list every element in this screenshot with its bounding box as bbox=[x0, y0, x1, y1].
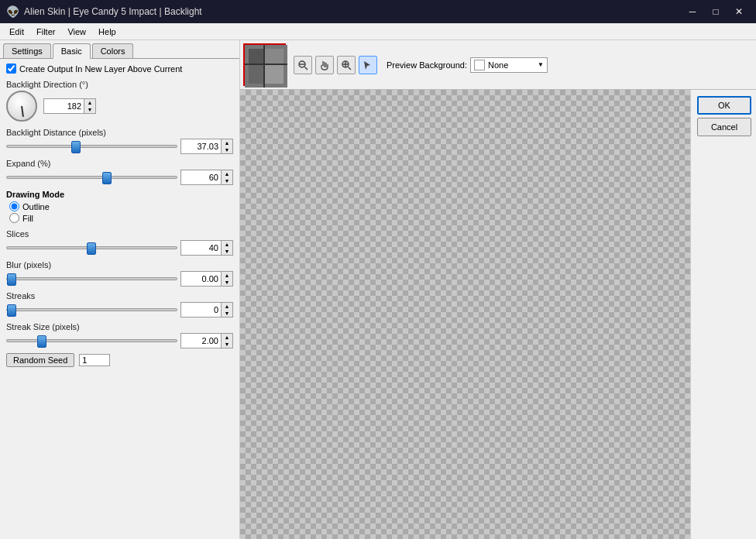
preview-bg-value: None bbox=[488, 60, 508, 70]
menu-filter[interactable]: Filter bbox=[30, 26, 61, 38]
streak-size-label: Streak Size (pixels) bbox=[6, 322, 233, 331]
blur-input[interactable] bbox=[180, 271, 221, 287]
app-icon: 👽 bbox=[6, 5, 19, 18]
expand-group: Expand (%) ▲ ▼ bbox=[6, 159, 233, 185]
drawing-mode-group: Drawing Mode Outline Fill bbox=[6, 190, 233, 223]
ok-button[interactable]: OK bbox=[697, 96, 751, 115]
streaks-slider-container[interactable] bbox=[6, 304, 177, 316]
backlight-distance-input[interactable] bbox=[180, 139, 221, 154]
streaks-track bbox=[6, 308, 177, 311]
streaks-input[interactable] bbox=[180, 302, 221, 318]
streaks-down[interactable]: ▼ bbox=[222, 310, 232, 317]
backlight-direction-spinners: ▲ ▼ bbox=[84, 98, 96, 114]
menu-help[interactable]: Help bbox=[92, 26, 122, 38]
expand-spinners: ▲ ▼ bbox=[221, 170, 233, 185]
blur-down[interactable]: ▼ bbox=[222, 279, 232, 286]
maximize-button[interactable]: □ bbox=[705, 2, 727, 21]
menu-edit[interactable]: Edit bbox=[3, 26, 30, 38]
streaks-row: ▲ ▼ bbox=[6, 302, 233, 318]
zoom-fit-icon bbox=[297, 60, 308, 70]
hand-tool-button[interactable] bbox=[315, 56, 334, 74]
menu-view[interactable]: View bbox=[61, 26, 92, 38]
slices-up[interactable]: ▲ bbox=[222, 241, 232, 248]
expand-input[interactable] bbox=[180, 170, 221, 185]
random-seed-button[interactable]: Random Seed bbox=[6, 353, 74, 367]
random-seed-input[interactable] bbox=[79, 354, 110, 366]
bg-color-swatch bbox=[474, 60, 485, 70]
blur-up[interactable]: ▲ bbox=[222, 272, 232, 279]
backlight-distance-thumb[interactable] bbox=[71, 141, 81, 153]
fill-radio-row: Fill bbox=[9, 213, 233, 223]
svg-rect-2 bbox=[264, 49, 284, 64]
tab-settings[interactable]: Settings bbox=[3, 43, 51, 58]
select-tool-button[interactable] bbox=[359, 56, 377, 74]
blur-thumb[interactable] bbox=[7, 273, 16, 286]
blur-slider-container[interactable] bbox=[6, 273, 177, 285]
zoom-in-icon bbox=[341, 60, 352, 70]
tab-basic[interactable]: Basic bbox=[53, 43, 91, 59]
expand-down[interactable]: ▼ bbox=[222, 177, 232, 184]
minimize-button[interactable]: ─ bbox=[682, 2, 703, 21]
arrow-icon bbox=[363, 60, 373, 70]
preview-thumbnail[interactable] bbox=[243, 43, 286, 86]
backlight-distance-down[interactable]: ▼ bbox=[222, 146, 232, 153]
fill-label: Fill bbox=[22, 214, 33, 223]
panel-content: Create Output In New Layer Above Current… bbox=[0, 59, 239, 539]
tab-colors[interactable]: Colors bbox=[92, 43, 134, 58]
backlight-direction-up[interactable]: ▲ bbox=[84, 99, 95, 106]
window-controls: ─ □ ✕ bbox=[682, 2, 750, 21]
slices-input-group: ▲ ▼ bbox=[180, 240, 233, 256]
random-seed-row: Random Seed bbox=[6, 353, 233, 367]
streak-size-down[interactable]: ▼ bbox=[222, 341, 232, 348]
dial-needle bbox=[21, 106, 24, 117]
svg-line-11 bbox=[349, 67, 352, 70]
expand-thumb[interactable] bbox=[102, 172, 112, 184]
chevron-down-icon: ▼ bbox=[538, 61, 544, 68]
backlight-distance-input-group: ▲ ▼ bbox=[180, 139, 233, 154]
backlight-direction-down[interactable]: ▼ bbox=[84, 106, 95, 113]
close-button[interactable]: ✕ bbox=[728, 2, 750, 21]
zoom-out-button[interactable] bbox=[294, 56, 312, 74]
expand-slider-container[interactable] bbox=[6, 171, 177, 184]
backlight-direction-input[interactable] bbox=[43, 98, 84, 114]
backlight-distance-group: Backlight Distance (pixels) ▲ ▼ bbox=[6, 128, 233, 154]
new-layer-checkbox[interactable] bbox=[6, 64, 16, 74]
preview-toolbar-section: Preview Background: None ▼ bbox=[240, 40, 756, 90]
streak-size-slider-container[interactable] bbox=[6, 335, 177, 347]
zoom-in-button[interactable] bbox=[337, 56, 356, 74]
drawing-mode-radios: Outline Fill bbox=[6, 201, 233, 223]
thumb-inner bbox=[245, 45, 284, 84]
slices-thumb[interactable] bbox=[87, 242, 96, 255]
svg-line-8 bbox=[305, 67, 308, 70]
backlight-direction-input-group: ▲ ▼ bbox=[43, 98, 96, 114]
outline-label: Outline bbox=[22, 202, 50, 211]
streak-size-input[interactable] bbox=[180, 333, 221, 348]
backlight-direction-dial[interactable] bbox=[6, 91, 37, 122]
drawing-mode-label: Drawing Mode bbox=[6, 190, 233, 199]
streaks-up[interactable]: ▲ bbox=[222, 303, 232, 310]
backlight-distance-slider-container[interactable] bbox=[6, 140, 177, 153]
expand-up[interactable]: ▲ bbox=[222, 170, 232, 177]
slices-slider-container[interactable] bbox=[6, 242, 177, 254]
slices-input[interactable] bbox=[180, 240, 221, 256]
fill-radio[interactable] bbox=[9, 213, 19, 223]
backlight-direction-group: Backlight Direction (°) ▲ ▼ bbox=[6, 80, 233, 122]
outline-radio[interactable] bbox=[9, 201, 19, 211]
backlight-distance-up[interactable]: ▲ bbox=[222, 139, 232, 146]
thumb-panel bbox=[240, 40, 289, 89]
streaks-spinners: ▲ ▼ bbox=[221, 302, 233, 318]
backlight-distance-spinners: ▲ ▼ bbox=[221, 139, 233, 154]
streaks-input-group: ▲ ▼ bbox=[180, 302, 233, 318]
slices-down[interactable]: ▼ bbox=[222, 248, 232, 255]
preview-canvas[interactable] bbox=[240, 90, 690, 539]
streak-size-thumb[interactable] bbox=[37, 335, 46, 348]
preview-bg-select[interactable]: None ▼ bbox=[470, 57, 548, 73]
blur-group: Blur (pixels) ▲ ▼ bbox=[6, 260, 233, 287]
streak-size-row: ▲ ▼ bbox=[6, 333, 233, 348]
expand-row: ▲ ▼ bbox=[6, 170, 233, 185]
streaks-thumb[interactable] bbox=[7, 304, 16, 317]
cancel-button[interactable]: Cancel bbox=[697, 118, 751, 136]
tab-bar: Settings Basic Colors bbox=[0, 40, 239, 59]
streak-size-up[interactable]: ▲ bbox=[222, 334, 232, 341]
left-panel: Settings Basic Colors Create Output In N… bbox=[0, 40, 240, 539]
